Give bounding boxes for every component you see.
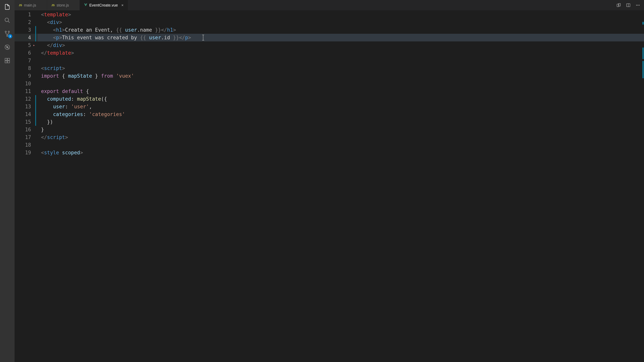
line-number: 6 (14, 49, 31, 57)
line-number: 5 (14, 42, 31, 49)
tab-bar: JS main.js JS store.js EventCreate.vue × (14, 0, 644, 10)
line-number: 14 (14, 110, 31, 118)
svg-rect-11 (8, 58, 10, 60)
line-number: 8 (14, 65, 31, 72)
tab-store-js[interactable]: JS store.js (47, 0, 80, 10)
line-number: 1 (14, 11, 31, 19)
line-number: 19 (14, 149, 31, 156)
svg-rect-9 (5, 61, 7, 63)
tab-main-js[interactable]: JS main.js (14, 0, 47, 10)
js-file-icon: JS (51, 4, 55, 7)
close-icon[interactable]: × (121, 3, 124, 8)
line-number: 13 (14, 103, 31, 110)
tab-label: EventCreate.vue (89, 3, 118, 8)
code-line[interactable]: <template> (38, 11, 644, 19)
svg-point-17 (638, 5, 638, 6)
tab-label: store.js (56, 3, 69, 8)
code-line[interactable]: </template> (38, 49, 644, 57)
code-line[interactable] (38, 141, 644, 149)
scm-badge: 3 (8, 34, 12, 38)
svg-point-7 (6, 46, 8, 48)
code-line[interactable]: computed: mapState({ (38, 95, 644, 103)
svg-rect-8 (5, 58, 7, 60)
search-icon[interactable] (4, 17, 11, 24)
line-number: 15 (14, 118, 31, 126)
editor-group: JS main.js JS store.js EventCreate.vue ×… (14, 0, 644, 362)
code-area[interactable]: <template> <div> <h1>Create an Event, {{… (38, 10, 644, 362)
code-line[interactable]: <p>This event was created by {{ user.id … (38, 34, 644, 42)
code-line[interactable]: }) (38, 118, 644, 126)
modified-indicator (35, 26, 36, 42)
split-editor-icon[interactable] (626, 3, 630, 8)
more-actions-icon[interactable] (636, 3, 640, 8)
code-line[interactable]: import { mapState } from 'vuex' (38, 72, 644, 80)
code-line[interactable]: user: 'user', (38, 103, 644, 110)
svg-point-4 (7, 35, 8, 37)
debug-icon[interactable] (4, 44, 11, 51)
code-line[interactable]: } (38, 126, 644, 133)
fold-arrow-icon[interactable]: ▶ (33, 42, 35, 49)
line-number: 9 (14, 72, 31, 80)
line-number: 11 (14, 87, 31, 95)
tab-eventcreate-vue[interactable]: EventCreate.vue × (80, 0, 128, 10)
svg-point-18 (639, 5, 640, 6)
svg-line-1 (8, 21, 10, 23)
code-line[interactable]: <div> (38, 19, 644, 26)
js-file-icon: JS (19, 4, 22, 7)
editor-actions (616, 0, 644, 10)
line-number: 17 (14, 133, 31, 141)
line-number: 2 (14, 19, 31, 26)
svg-rect-10 (8, 61, 10, 63)
line-number: 4 (14, 34, 31, 42)
line-number: 12 (14, 95, 31, 103)
svg-point-3 (8, 31, 10, 33)
tab-label: main.js (24, 3, 36, 8)
code-line[interactable]: categories: 'categories' (38, 110, 644, 118)
code-line[interactable] (38, 57, 644, 65)
code-line[interactable] (38, 80, 644, 87)
code-line[interactable]: </div>▶ (38, 42, 644, 49)
overview-ruler (642, 22, 644, 79)
open-changes-icon[interactable] (616, 3, 621, 8)
svg-point-16 (636, 5, 637, 6)
line-number: 7 (14, 57, 31, 65)
svg-point-2 (5, 31, 6, 33)
line-number: 16 (14, 126, 31, 133)
line-number: 18 (14, 141, 31, 149)
modified-indicator (35, 95, 36, 126)
code-line[interactable]: <h1>Create an Event, {{ user.name }}</h1… (38, 26, 644, 34)
code-editor[interactable]: 12345678910111213141516171819 <template>… (14, 10, 644, 362)
line-number: 3 (14, 26, 31, 34)
explorer-icon[interactable] (4, 4, 11, 10)
line-number: 10 (14, 80, 31, 87)
activity-bar: 3 (0, 0, 14, 362)
extensions-icon[interactable] (4, 57, 11, 64)
code-line[interactable]: <style scoped> (38, 149, 644, 156)
code-line[interactable]: <script> (38, 65, 644, 72)
line-number-gutter: 12345678910111213141516171819 (14, 10, 38, 362)
svg-point-0 (5, 18, 8, 22)
source-control-icon[interactable]: 3 (4, 30, 11, 37)
code-line[interactable]: </script> (38, 133, 644, 141)
vue-file-icon (84, 3, 88, 8)
code-line[interactable]: export default { (38, 87, 644, 95)
text-cursor (203, 35, 203, 41)
